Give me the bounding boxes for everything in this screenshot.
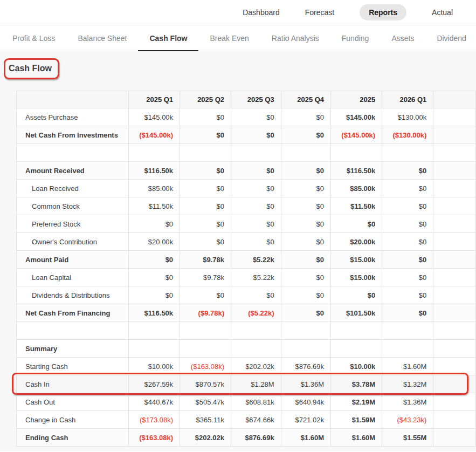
column-header-2025-q1: 2025 Q1 xyxy=(128,91,180,108)
tab-funding[interactable]: Funding xyxy=(330,25,381,51)
cell-value xyxy=(180,340,231,358)
cell-value: $0 xyxy=(180,126,231,144)
cell-value: $0 xyxy=(382,269,433,286)
table-header-row: 2025 Q12025 Q22025 Q32025 Q420252026 Q1 xyxy=(17,91,476,108)
page-title: Cash Flow xyxy=(9,64,52,73)
column-header-2025-q3: 2025 Q3 xyxy=(231,91,281,108)
cell-value: ($163.08k) xyxy=(180,358,231,375)
cell-value: $0 xyxy=(180,233,231,251)
row-label: Net Cash From Financing xyxy=(17,304,129,322)
cell-value xyxy=(382,144,433,162)
cell-value: $0 xyxy=(281,304,330,322)
reports-page: DashboardForecastReportsActual Profit & … xyxy=(0,0,476,452)
cell-value: $876.69k xyxy=(281,358,330,375)
column-header-2026-q1: 2026 Q1 xyxy=(382,91,433,108)
cell-value xyxy=(231,144,281,162)
cell-value: $1.36M xyxy=(281,375,330,393)
cell-value: $0 xyxy=(231,233,281,251)
cell-value: $0 xyxy=(281,286,330,304)
tab-assets[interactable]: Assets xyxy=(380,25,425,51)
cell-value: $0 xyxy=(281,126,330,144)
cell-value xyxy=(128,322,180,340)
cell-value: $0 xyxy=(382,286,433,304)
cell-value xyxy=(331,322,382,340)
report-tabs: Profit & LossBalance SheetCash FlowBreak… xyxy=(0,25,476,51)
nav-item-reports[interactable]: Reports xyxy=(360,4,406,20)
tab-dividend[interactable]: Dividend xyxy=(425,25,476,51)
table-row-spacer-2 xyxy=(17,144,476,162)
row-label: Change in Cash xyxy=(17,411,129,429)
cash-flow-table: 2025 Q12025 Q22025 Q32025 Q420252026 Q1 … xyxy=(16,91,476,447)
cell-value-clipped xyxy=(433,162,476,180)
cell-value: $202.02k xyxy=(180,429,231,447)
table-row-ending-cash: Ending Cash($163.08k)$202.02k$876.69k$1.… xyxy=(17,429,476,447)
cell-value: $0 xyxy=(281,215,330,233)
cell-value xyxy=(231,340,281,358)
column-header-2025-q2: 2025 Q2 xyxy=(180,91,231,108)
tab-cash-flow[interactable]: Cash Flow xyxy=(138,25,198,51)
column-header-0 xyxy=(17,91,129,108)
table-row-amount-paid: Amount Paid$0$9.78k$5.22k$0$15.00k$0 xyxy=(17,251,476,269)
row-label xyxy=(17,322,129,340)
cell-value-clipped xyxy=(433,251,476,269)
cell-value: $20.00k xyxy=(331,233,382,251)
cell-value: $0 xyxy=(382,304,433,322)
cell-value: $1.60M xyxy=(281,429,330,447)
cell-value: $0 xyxy=(128,215,180,233)
cell-value: $1.28M xyxy=(231,375,281,393)
cell-value-clipped xyxy=(433,144,476,162)
cell-value: $0 xyxy=(180,180,231,197)
cell-value: $116.50k xyxy=(331,162,382,180)
table-row-change-in-cash: Change in Cash($173.08k)$365.11k$674.66k… xyxy=(17,411,476,429)
cell-value: $0 xyxy=(231,108,281,126)
cell-value xyxy=(180,322,231,340)
cell-value: $0 xyxy=(281,233,330,251)
cell-value: $145.00k xyxy=(331,108,382,126)
cell-value: $0 xyxy=(382,215,433,233)
cell-value: $145.00k xyxy=(128,108,180,126)
cell-value xyxy=(231,322,281,340)
cell-value: $0 xyxy=(180,162,231,180)
cell-value-clipped xyxy=(433,108,476,126)
cell-value: $721.02k xyxy=(281,411,330,429)
row-label: Preferred Stock xyxy=(17,215,129,233)
table-row-cash-in: Cash In$267.59k$870.57k$1.28M$1.36M$3.78… xyxy=(17,375,476,393)
cell-value: $3.78M xyxy=(331,375,382,393)
tab-balance-sheet[interactable]: Balance Sheet xyxy=(66,25,138,51)
cell-value: $0 xyxy=(180,286,231,304)
cell-value: $0 xyxy=(382,233,433,251)
table-row-net-cash-from-financing: Net Cash From Financing$116.50k($9.78k)(… xyxy=(17,304,476,322)
cell-value: $1.32M xyxy=(382,375,433,393)
row-label: Starting Cash xyxy=(17,358,129,375)
cell-value: $640.94k xyxy=(281,393,330,411)
nav-item-forecast[interactable]: Forecast xyxy=(305,8,334,17)
table-header: 2025 Q12025 Q22025 Q32025 Q420252026 Q1 xyxy=(17,91,476,108)
cell-value: $10.00k xyxy=(331,358,382,375)
cell-value: $0 xyxy=(128,251,180,269)
cell-value: $870.57k xyxy=(180,375,231,393)
tab-profit-loss[interactable]: Profit & Loss xyxy=(1,25,66,51)
tab-break-even[interactable]: Break Even xyxy=(198,25,260,51)
table-body: Assets Purchase$145.00k$0$0$0$145.00k$13… xyxy=(17,108,476,447)
tab-ratio-analysis[interactable]: Ratio Analysis xyxy=(260,25,330,51)
cell-value-clipped xyxy=(433,393,476,411)
cell-value: $0 xyxy=(180,108,231,126)
cell-value: $130.00k xyxy=(382,108,433,126)
cell-value: ($145.00k) xyxy=(331,126,382,144)
cell-value: $0 xyxy=(128,286,180,304)
table-row-cash-out: Cash Out$440.67k$505.47k$608.81k$640.94k… xyxy=(17,393,476,411)
cell-value: $1.59M xyxy=(331,411,382,429)
nav-item-actual[interactable]: Actual xyxy=(432,8,453,17)
cell-value: $116.50k xyxy=(128,162,180,180)
cell-value: $0 xyxy=(231,215,281,233)
cell-value: $0 xyxy=(281,269,330,286)
row-label: Dividends & Distributions xyxy=(17,286,129,304)
nav-item-dashboard[interactable]: Dashboard xyxy=(243,8,280,17)
cell-value: ($163.08k) xyxy=(128,429,180,447)
cell-value: ($5.22k) xyxy=(231,304,281,322)
cell-value xyxy=(382,322,433,340)
cell-value: $0 xyxy=(382,162,433,180)
cell-value: $202.02k xyxy=(231,358,281,375)
table-row-net-cash-from-investments: Net Cash From Investments($145.00k)$0$0$… xyxy=(17,126,476,144)
cell-value: $1.60M xyxy=(331,429,382,447)
